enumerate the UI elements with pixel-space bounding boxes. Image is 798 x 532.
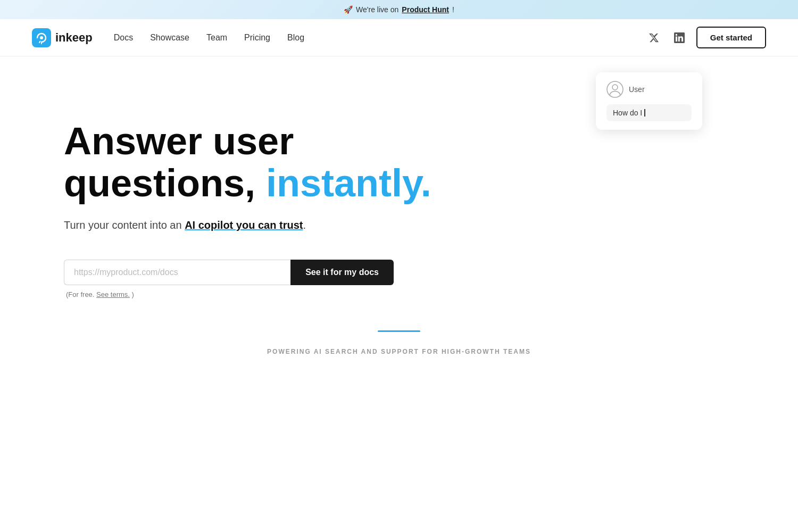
chat-user-label: User	[629, 85, 645, 94]
hero-subtitle-bold: AI copilot you can trust	[185, 219, 303, 231]
nav-team[interactable]: Team	[206, 33, 227, 42]
chat-bubble: How do I	[606, 104, 692, 121]
chat-user-row: User	[606, 81, 692, 98]
nav-right: Get started	[645, 27, 766, 48]
svg-point-1	[40, 36, 43, 39]
free-note-suffix: )	[132, 290, 134, 298]
logo-icon	[32, 28, 51, 47]
announcement-bar: 🚀 We're live on Product Hunt !	[0, 0, 798, 19]
hero-subtitle-suffix: .	[303, 219, 306, 231]
powering-label: POWERING AI SEARCH AND SUPPORT FOR HIGH-…	[64, 348, 734, 355]
announcement-suffix: !	[452, 5, 454, 14]
get-started-button[interactable]: Get started	[696, 27, 766, 48]
rocket-emoji: 🚀	[344, 5, 353, 14]
see-it-for-my-docs-button[interactable]: See it for my docs	[290, 260, 394, 285]
nav-pricing[interactable]: Pricing	[244, 33, 270, 42]
nav-showcase[interactable]: Showcase	[150, 33, 189, 42]
hero-subtitle-prefix: Turn your content into an	[64, 219, 185, 231]
see-terms-link[interactable]: See terms.	[96, 290, 130, 298]
hero-title: Answer user questions, instantly.	[64, 120, 436, 204]
cursor-blink	[644, 109, 645, 117]
url-input[interactable]	[64, 260, 290, 285]
announcement-text: We're live on	[356, 5, 398, 14]
nav-docs[interactable]: Docs	[114, 33, 133, 42]
twitter-icon[interactable]	[645, 29, 662, 46]
nav-blog[interactable]: Blog	[287, 33, 304, 42]
chat-message: How do I	[613, 109, 642, 117]
logo[interactable]: inkeep	[32, 28, 93, 47]
free-note: (For free. See terms. )	[64, 290, 734, 298]
input-area: See it for my docs	[64, 260, 394, 285]
product-hunt-link[interactable]: Product Hunt	[402, 5, 449, 14]
free-note-prefix: (For free.	[66, 290, 94, 298]
divider-line	[378, 330, 420, 332]
chat-widget: User How do I	[596, 72, 702, 130]
hero-section: User How do I Answer user questions, ins…	[0, 56, 798, 439]
hero-title-line1: Answer user	[64, 120, 294, 162]
logo-text: inkeep	[55, 31, 93, 45]
nav-links: Docs Showcase Team Pricing Blog	[114, 33, 304, 43]
user-avatar-icon	[606, 81, 624, 98]
navbar: inkeep Docs Showcase Team Pricing Blog G…	[0, 19, 798, 56]
hero-title-highlight: instantly.	[266, 162, 431, 204]
hero-title-line2: questions,	[64, 162, 266, 204]
linkedin-icon[interactable]	[671, 29, 688, 46]
svg-point-3	[612, 85, 618, 90]
section-divider	[64, 330, 734, 343]
hero-subtitle: Turn your content into an AI copilot you…	[64, 217, 372, 233]
